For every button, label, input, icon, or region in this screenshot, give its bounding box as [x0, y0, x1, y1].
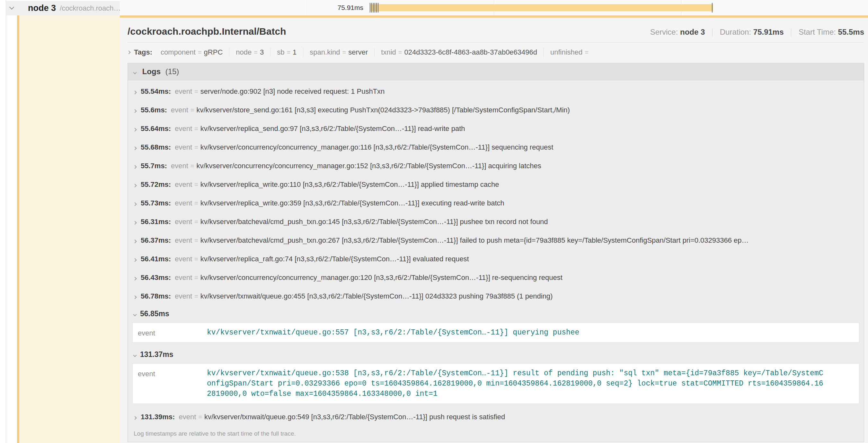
span-title: /cockroach.roachpb.Internal/Batch [127, 26, 286, 37]
chevron-right-icon[interactable] [133, 183, 136, 187]
log-marker-tick [375, 3, 375, 12]
tag-item: sb=1 [270, 47, 303, 57]
tags-label: Tags: [134, 48, 152, 57]
chevron-right-icon[interactable] [133, 416, 136, 419]
logs-section: Logs (15) 55.54ms:event=server/node.go:9… [127, 63, 864, 442]
logs-accordion-header[interactable]: Logs (15) [128, 63, 864, 80]
chevron-right-icon[interactable] [133, 202, 136, 206]
header-divider [127, 42, 864, 43]
span-timeline-cell: 75.91ms [120, 0, 868, 15]
meta-duration-label: Duration: [720, 28, 751, 36]
chevron-right-icon[interactable] [127, 50, 130, 54]
chevron-right-icon[interactable] [133, 277, 136, 280]
tags-accordion[interactable]: Tags: component=gRPC node=3 sb=1 span.ki… [127, 47, 864, 57]
log-entry[interactable]: 56.78ms:event=kv/kvserver/txnwait/queue.… [128, 287, 864, 306]
log-entry[interactable]: 56.41ms:event=kv/kvserver/replica_raft.g… [128, 250, 864, 268]
span-duration-bar[interactable] [370, 4, 713, 11]
log-entry-header[interactable]: 56.85ms [128, 306, 864, 322]
log-entry[interactable]: 55.68ms:event=kv/kvserver/concurrency/co… [128, 138, 864, 157]
log-marker-tick [378, 3, 378, 12]
log-marker-tick [712, 3, 713, 12]
meta-divider [791, 29, 791, 37]
chevron-right-icon[interactable] [133, 239, 136, 243]
tag-item: unfinished= [544, 47, 597, 57]
log-entry[interactable]: 56.31ms:event=kv/kvserver/batcheval/cmd_… [128, 212, 864, 231]
tag-item: node=3 [229, 47, 270, 57]
tag-item: span.kind=server [303, 47, 374, 57]
log-entry[interactable]: 55.7ms:event=kv/kvserver/concurrency/con… [128, 157, 864, 175]
log-field-value: kv/kvserver/txnwait/queue.go:557 [n3,s3,… [207, 328, 579, 338]
log-entry[interactable]: 55.54ms:event=server/node.go:902 [n3] no… [128, 82, 864, 101]
span-row-name-cell[interactable]: node 3 /cockroach.roach… [6, 1, 120, 15]
log-field-value: kv/kvserver/txnwait/queue.go:538 [n3,s3,… [207, 368, 827, 399]
span-duration-label: 75.91ms [120, 0, 367, 15]
meta-service-label: Service: [650, 28, 678, 36]
span-detail-panel: /cockroach.roachpb.Internal/Batch Servic… [120, 15, 868, 443]
log-marker-tick [370, 3, 370, 12]
logs-footer-note: Log timestamps are relative to the start… [128, 426, 864, 442]
logs-count: (15) [165, 67, 179, 76]
span-row: node 3 /cockroach.roach… 75.91ms [0, 0, 868, 15]
span-detail-header: /cockroach.roachpb.Internal/Batch Servic… [127, 26, 864, 37]
tag-list: component=gRPC node=3 sb=1 span.kind=ser… [154, 47, 597, 57]
meta-start-label: Start Time: [799, 28, 836, 36]
chevron-right-icon[interactable] [133, 109, 136, 113]
log-fields-table: event kv/kvserver/txnwait/queue.go:538 [… [132, 364, 859, 404]
log-entry-expanded: 56.85ms event kv/kvserver/txnwait/queue.… [128, 306, 864, 343]
log-marker-tick [371, 3, 372, 12]
log-entry[interactable]: 55.72ms:event=kv/kvserver/replica_write.… [128, 175, 864, 194]
chevron-right-icon[interactable] [133, 221, 136, 225]
meta-service-value: node 3 [680, 28, 705, 36]
column-resize-divider[interactable] [6, 0, 6, 443]
log-entry-expanded: 131.37ms event kv/kvserver/txnwait/queue… [128, 346, 864, 404]
chevron-right-icon[interactable] [133, 146, 136, 150]
chevron-right-icon[interactable] [133, 128, 136, 131]
chevron-down-icon[interactable] [133, 313, 136, 316]
tag-item: txnid=024d3323-6c8f-4863-aa8b-37ab0e6349… [374, 47, 544, 57]
log-entry[interactable]: 56.43ms:event=kv/kvserver/concurrency/co… [128, 268, 864, 287]
log-entry[interactable]: 55.73ms:event=kv/kvserver/replica_write.… [128, 194, 864, 212]
log-marker-tick [376, 3, 377, 12]
log-field-key: event [138, 328, 207, 338]
chevron-right-icon[interactable] [133, 295, 136, 299]
meta-duration-value: 75.91ms [753, 28, 784, 36]
logs-title: Logs [142, 67, 161, 76]
meta-start-value: 55.5ms [838, 28, 864, 36]
log-entry[interactable]: 55.6ms:event=kv/kvserver/store_send.go:1… [128, 101, 864, 120]
chevron-right-icon[interactable] [133, 91, 136, 94]
span-color-bar [17, 1, 19, 443]
trace-detail-page: { "ui": { "eq": "=" }, "top_row": { "ser… [0, 0, 868, 443]
span-operation-name: /cockroach.roach… [60, 4, 120, 12]
meta-divider [712, 29, 713, 37]
chevron-right-icon[interactable] [133, 258, 136, 262]
log-entry[interactable]: 56.37ms:event=kv/kvserver/batcheval/cmd_… [128, 231, 864, 250]
log-fields-table: event kv/kvserver/txnwait/queue.go:557 [… [132, 322, 859, 343]
log-entry-header[interactable]: 131.37ms [128, 346, 864, 363]
log-entry[interactable]: 55.64ms:event=kv/kvserver/replica_send.g… [128, 120, 864, 138]
chevron-right-icon[interactable] [133, 165, 136, 169]
chevron-down-icon[interactable] [9, 4, 14, 10]
chevron-down-icon[interactable] [133, 71, 136, 74]
span-name-column-highlight [19, 15, 120, 443]
tag-item: component=gRPC [154, 47, 229, 57]
log-marker-tick [373, 3, 374, 12]
span-meta: Service: node 3 Duration: 75.91ms Start … [650, 28, 864, 37]
logs-list: 55.54ms:event=server/node.go:902 [n3] no… [128, 80, 864, 442]
chevron-down-icon[interactable] [133, 353, 136, 357]
log-entry[interactable]: 131.39ms:event=kv/kvserver/txnwait/queue… [128, 408, 864, 426]
log-field-key: event [138, 368, 207, 399]
span-service-name: node 3 [28, 3, 56, 13]
